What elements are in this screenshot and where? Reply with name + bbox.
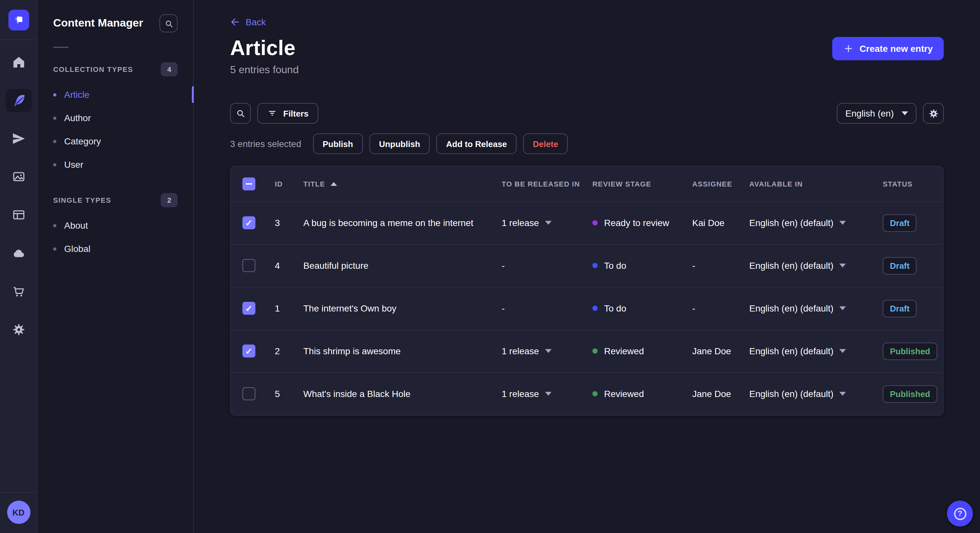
- chevron-down-icon[interactable]: [545, 349, 551, 353]
- nav-rail-icons: [5, 51, 32, 492]
- row-checkbox[interactable]: [242, 259, 255, 272]
- column-header-review-stage[interactable]: REVIEW STAGE: [585, 167, 684, 201]
- row-checkbox[interactable]: [242, 302, 255, 315]
- sidebar-item-user[interactable]: User: [38, 153, 193, 176]
- section-label: COLLECTION TYPES: [53, 65, 133, 73]
- sidebar-item-author[interactable]: Author: [38, 106, 193, 130]
- arrow-left-icon: [230, 17, 240, 27]
- sidebar-item-about[interactable]: About: [38, 214, 193, 237]
- row-locale[interactable]: English (en) (default): [749, 217, 834, 228]
- row-id: 4: [275, 260, 280, 271]
- column-header-available-in[interactable]: AVAILABLE IN: [741, 167, 875, 201]
- table-row[interactable]: 1 The internet's Own boy - To do - Engli…: [231, 287, 944, 330]
- row-release[interactable]: 1 release: [502, 346, 539, 356]
- row-checkbox[interactable]: [242, 388, 255, 401]
- stage-dot-icon: [592, 220, 598, 225]
- row-release[interactable]: 1 release: [502, 217, 539, 228]
- stage-dot-icon: [592, 263, 598, 268]
- search-button[interactable]: [230, 103, 251, 124]
- sidebar-item-label: Article: [64, 89, 89, 100]
- row-review-stage: To do: [604, 260, 627, 271]
- search-icon: [164, 19, 173, 28]
- status-badge: Draft: [883, 214, 917, 232]
- row-release[interactable]: -: [502, 260, 504, 271]
- selection-summary: 3 entries selected: [230, 139, 301, 149]
- select-all-checkbox[interactable]: [242, 178, 255, 190]
- chevron-down-icon[interactable]: [839, 306, 846, 310]
- home-icon[interactable]: [5, 51, 32, 74]
- row-locale[interactable]: English (en) (default): [749, 303, 834, 314]
- row-locale[interactable]: English (en) (default): [749, 260, 834, 271]
- row-assignee: -: [692, 260, 695, 271]
- back-link[interactable]: Back: [230, 17, 266, 27]
- chevron-down-icon[interactable]: [545, 221, 551, 225]
- chevron-down-icon[interactable]: [839, 263, 846, 268]
- add-to-release-button[interactable]: Add to Release: [436, 133, 517, 154]
- sidebar-item-global[interactable]: Global: [38, 237, 193, 260]
- sidebar-item-label: User: [64, 159, 83, 170]
- filters-button[interactable]: Filters: [257, 103, 318, 124]
- list-settings-button[interactable]: [923, 103, 944, 124]
- create-new-entry-label: Create new entry: [859, 43, 933, 54]
- row-id: 3: [275, 217, 280, 228]
- content-type-builder-icon[interactable]: [5, 203, 32, 227]
- plus-icon: [843, 43, 854, 54]
- strapi-logo[interactable]: [8, 10, 29, 30]
- stage-dot-icon: [592, 348, 598, 354]
- stage-dot-icon: [592, 392, 598, 397]
- column-header-status[interactable]: STATUS: [875, 167, 944, 201]
- row-locale[interactable]: English (en) (default): [749, 346, 834, 356]
- back-label: Back: [246, 17, 266, 27]
- content-manager-icon[interactable]: [5, 89, 32, 112]
- row-locale[interactable]: English (en) (default): [749, 389, 834, 399]
- media-library-icon[interactable]: [5, 165, 32, 189]
- chevron-down-icon[interactable]: [545, 392, 551, 396]
- sidebar-item-category[interactable]: Category: [38, 130, 193, 153]
- table-row[interactable]: 5 What's inside a Black Hole 1 release R…: [231, 373, 944, 415]
- bullet-icon: [53, 93, 56, 96]
- help-button[interactable]: ?: [947, 501, 973, 527]
- section-count-badge: 2: [161, 193, 178, 207]
- entries-table: ID TITLE TO BE RELEASED IN REVIEW STAGE …: [230, 166, 944, 416]
- avatar[interactable]: KD: [7, 501, 30, 524]
- deploy-icon[interactable]: [5, 241, 32, 265]
- sidebar-search-button[interactable]: [159, 14, 178, 32]
- locale-select[interactable]: English (en): [837, 103, 916, 124]
- chevron-down-icon[interactable]: [839, 221, 846, 225]
- row-checkbox[interactable]: [242, 344, 255, 357]
- settings-icon[interactable]: [5, 318, 32, 341]
- single-types-list: About Global: [38, 214, 193, 260]
- table-row[interactable]: 4 Beautiful picture - To do - English (e…: [231, 244, 944, 287]
- create-new-entry-button[interactable]: Create new entry: [832, 36, 944, 60]
- row-title: The internet's Own boy: [303, 303, 396, 314]
- column-header-title[interactable]: TITLE: [296, 167, 494, 201]
- sidebar-item-label: About: [64, 220, 88, 230]
- releases-icon[interactable]: [5, 127, 32, 150]
- table-row[interactable]: 3 A bug is becoming a meme on the intern…: [231, 201, 944, 244]
- chevron-down-icon[interactable]: [839, 349, 846, 353]
- row-release[interactable]: -: [502, 303, 504, 314]
- column-header-released[interactable]: TO BE RELEASED IN: [494, 167, 585, 201]
- bullet-icon: [53, 116, 56, 119]
- delete-button[interactable]: Delete: [523, 133, 568, 154]
- row-id: 5: [275, 389, 280, 399]
- sidebar-item-label: Category: [64, 136, 101, 146]
- row-id: 2: [275, 346, 280, 356]
- column-header-assignee[interactable]: ASSIGNEE: [684, 167, 741, 201]
- publish-button[interactable]: Publish: [313, 133, 363, 154]
- status-badge: Draft: [883, 257, 917, 274]
- sort-ascending-icon: [330, 182, 337, 186]
- bullet-icon: [53, 163, 56, 166]
- row-assignee: -: [692, 303, 695, 314]
- marketplace-icon[interactable]: [5, 280, 32, 303]
- sidebar-title: Content Manager: [53, 17, 143, 30]
- row-checkbox[interactable]: [242, 216, 255, 229]
- locale-value: English (en): [845, 108, 894, 119]
- row-release[interactable]: 1 release: [502, 389, 539, 399]
- chevron-down-icon[interactable]: [839, 392, 846, 396]
- table-row[interactable]: 2 This shrimp is awesome 1 release Revie…: [231, 330, 944, 373]
- unpublish-button[interactable]: Unpublish: [369, 133, 430, 154]
- column-header-id[interactable]: ID: [267, 167, 296, 201]
- section-label: SINGLE TYPES: [53, 196, 111, 204]
- sidebar-item-article[interactable]: Article: [38, 83, 193, 106]
